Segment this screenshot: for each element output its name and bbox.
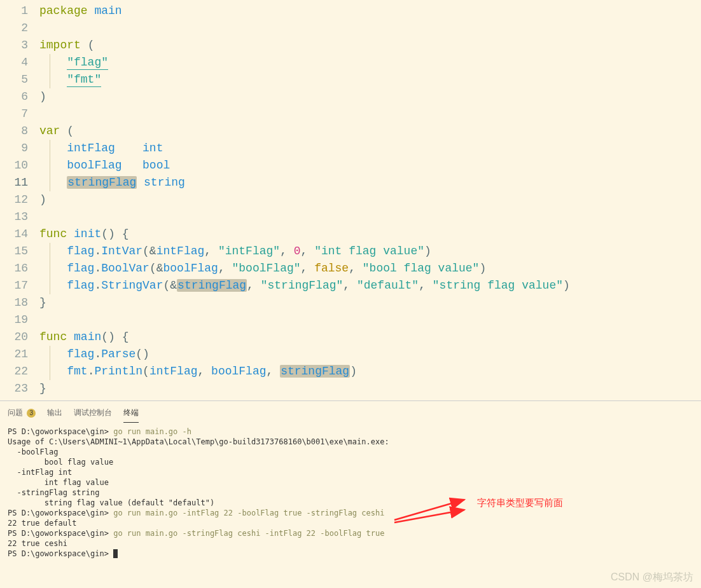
terminal-line: int flag value <box>8 477 693 488</box>
terminal-line: bool flag value <box>8 457 693 467</box>
code-area[interactable]: package mainimport ( "flag" "fmt")var ( … <box>39 0 701 400</box>
terminal-line: -intFlag int <box>8 467 693 477</box>
code-line[interactable]: flag.Parse() <box>39 346 701 363</box>
code-line[interactable]: package main <box>39 3 701 20</box>
terminal-line: string flag value (default "default") <box>8 498 693 508</box>
code-line[interactable]: flag.StringVar(&stringFlag, "stringFlag"… <box>39 277 701 294</box>
terminal-line: PS D:\goworkspace\gin> go run main.go -i… <box>8 508 693 518</box>
code-line[interactable]: } <box>39 380 701 397</box>
code-line[interactable]: intFlag int <box>39 140 701 157</box>
terminal-content[interactable]: PS D:\goworkspace\gin> go run main.go -h… <box>0 423 701 588</box>
code-line[interactable]: ) <box>39 88 701 106</box>
code-line[interactable] <box>39 209 701 226</box>
code-line[interactable]: var ( <box>39 123 701 140</box>
code-line[interactable]: func init() { <box>39 226 701 243</box>
panel-tabs: 问题 3 输出 调试控制台 终端 <box>0 401 701 423</box>
code-line[interactable]: ) <box>39 191 701 209</box>
code-editor[interactable]: 1234567891011121314151617181920212223 pa… <box>0 0 701 400</box>
bottom-panel: 问题 3 输出 调试控制台 终端 PS D:\goworkspace\gin> … <box>0 400 701 588</box>
code-line[interactable] <box>39 20 701 37</box>
line-gutter: 1234567891011121314151617181920212223 <box>0 0 39 400</box>
annotation-arrows <box>388 495 471 526</box>
annotation-text: 字符串类型要写前面 <box>477 497 563 509</box>
code-line[interactable]: flag.IntVar(&intFlag, "intFlag", 0, "int… <box>39 243 701 260</box>
code-line[interactable]: stringFlag string <box>39 174 701 191</box>
code-line[interactable]: import ( <box>39 37 701 54</box>
terminal-line: PS D:\goworkspace\gin> go run main.go -h <box>8 427 693 437</box>
code-line[interactable]: boolFlag bool <box>39 157 701 174</box>
terminal-line: Usage of C:\Users\ADMINI~1\AppData\Local… <box>8 437 693 447</box>
tab-problems-label: 问题 <box>8 408 23 417</box>
code-line[interactable]: "fmt" <box>39 71 701 88</box>
problems-badge: 3 <box>27 409 36 418</box>
tab-debug[interactable]: 调试控制台 <box>74 406 112 423</box>
terminal-line: PS D:\goworkspace\gin> <box>8 549 693 559</box>
watermark: CSDN @梅坞茶坊 <box>611 571 693 584</box>
code-line[interactable]: func main() { <box>39 329 701 346</box>
terminal-line: 22 true ceshi <box>8 538 693 549</box>
code-line[interactable]: flag.BoolVar(&boolFlag, "boolFlag", fals… <box>39 260 701 277</box>
terminal-line: -boolFlag <box>8 447 693 457</box>
tab-output[interactable]: 输出 <box>47 406 62 423</box>
code-line[interactable] <box>39 106 701 123</box>
code-line[interactable]: "flag" <box>39 54 701 71</box>
tab-problems[interactable]: 问题 3 <box>8 406 36 423</box>
code-line[interactable] <box>39 311 701 329</box>
tab-terminal[interactable]: 终端 <box>123 406 139 423</box>
code-line[interactable]: fmt.Println(intFlag, boolFlag, stringFla… <box>39 363 701 380</box>
terminal-line: PS D:\goworkspace\gin> go run main.go -s… <box>8 528 693 538</box>
terminal-line: -stringFlag string <box>8 488 693 498</box>
terminal-line: 22 true default <box>8 518 693 528</box>
code-line[interactable]: } <box>39 294 701 311</box>
